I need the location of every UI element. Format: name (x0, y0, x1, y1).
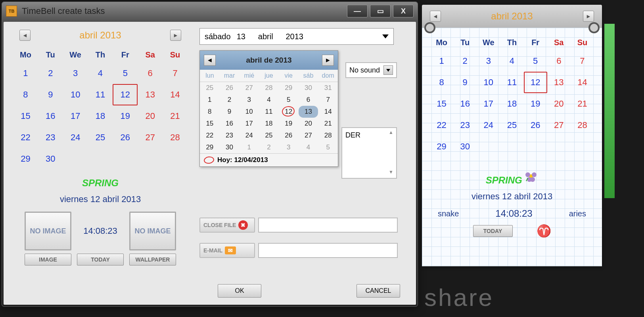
popup-day[interactable]: 20 (299, 118, 318, 130)
image-slot-right[interactable]: NO IMAGE (129, 212, 176, 250)
calendar-day[interactable]: 2 (453, 50, 477, 72)
popup-day[interactable]: 29 (279, 82, 299, 94)
calendar-day[interactable]: 22 (13, 127, 38, 148)
popup-day[interactable]: 11 (259, 106, 279, 118)
calendar-day[interactable]: 9 (453, 72, 477, 93)
calendar-day[interactable]: 29 (430, 136, 453, 157)
popup-day[interactable]: 1 (239, 141, 259, 153)
calendar-day[interactable]: 24 (63, 127, 88, 148)
popup-day[interactable]: 18 (259, 118, 279, 130)
calendar-day[interactable]: 8 (430, 72, 453, 93)
calendar-day[interactable]: 22 (430, 115, 453, 136)
popup-day[interactable]: 27 (299, 130, 318, 141)
calendar-day[interactable]: 1 (13, 63, 38, 84)
calendar-day[interactable]: 10 (477, 72, 500, 93)
calendar-day[interactable]: 26 (113, 127, 138, 148)
date-dropdown[interactable]: sábado 13 abril 2013 (199, 28, 394, 45)
calendar-day[interactable]: 18 (500, 93, 523, 115)
calendar-day[interactable]: 8 (13, 84, 38, 105)
calendar-day[interactable]: 13 (547, 72, 571, 93)
calendar-day[interactable]: 5 (113, 63, 138, 84)
popup-day[interactable]: 27 (239, 82, 259, 94)
popup-day[interactable]: 6 (299, 94, 318, 106)
calendar-day[interactable]: 17 (477, 93, 500, 115)
image-button[interactable]: IMAGE (25, 254, 71, 265)
popup-day[interactable]: 24 (239, 130, 259, 141)
calendar-day[interactable]: 15 (430, 93, 453, 115)
calendar-day[interactable]: 30 (38, 148, 63, 170)
calendar-day[interactable]: 6 (138, 63, 163, 84)
image-slot-left[interactable]: NO IMAGE (25, 212, 71, 250)
calendar-day[interactable]: 20 (138, 105, 163, 127)
popup-day[interactable]: 31 (318, 82, 338, 94)
calendar-day[interactable]: 25 (88, 127, 113, 148)
popup-day[interactable]: 2 (259, 141, 279, 153)
popup-day[interactable]: 28 (318, 130, 338, 141)
popup-day[interactable]: 4 (259, 94, 279, 106)
popup-day[interactable]: 10 (239, 106, 259, 118)
calendar-day[interactable]: 14 (163, 84, 188, 105)
titlebar[interactable]: TB TimeBell create tasks — ▭ X (2, 2, 418, 20)
popup-day[interactable]: 17 (239, 118, 259, 130)
text-list-box[interactable]: DER ▲ ▼ (341, 127, 397, 179)
calendar-day[interactable]: 9 (38, 84, 63, 105)
calendar-day[interactable]: 5 (524, 50, 547, 72)
calendar-day[interactable]: 29 (13, 148, 38, 170)
popup-day[interactable]: 25 (259, 130, 279, 141)
calendar-day[interactable]: 28 (571, 115, 594, 136)
popup-day[interactable]: 3 (239, 94, 259, 106)
widget-today-button[interactable]: TODAY (473, 225, 513, 237)
close-file-button[interactable]: CLOSE FILE ✖ (199, 218, 255, 233)
calendar-day[interactable]: 17 (63, 105, 88, 127)
calendar-day[interactable]: 6 (547, 50, 571, 72)
calendar-day[interactable]: 30 (453, 136, 477, 157)
ok-button[interactable]: OK (218, 284, 261, 298)
calendar-day[interactable]: 20 (547, 93, 571, 115)
maximize-button[interactable]: ▭ (370, 5, 391, 17)
popup-day[interactable]: 2 (220, 94, 240, 106)
popup-day[interactable]: 12 (279, 106, 299, 118)
popup-day[interactable]: 21 (318, 118, 338, 130)
cancel-button[interactable]: CANCEL (356, 284, 400, 298)
scroll-down-icon[interactable]: ▼ (387, 169, 395, 176)
calendar-day[interactable]: 27 (547, 115, 571, 136)
minimize-button[interactable]: — (347, 5, 368, 17)
calendar-day[interactable]: 23 (453, 115, 477, 136)
wallpaper-button[interactable]: WALLPAPER (129, 254, 176, 265)
close-file-input[interactable] (258, 218, 398, 233)
calendar-day[interactable]: 15 (13, 105, 38, 127)
scroll-up-icon[interactable]: ▲ (387, 130, 395, 137)
calendar-day[interactable]: 19 (113, 105, 138, 127)
email-button[interactable]: E-MAIL ✉ (199, 243, 255, 258)
widget-prev-button[interactable]: ◄ (430, 11, 441, 22)
calendar-day[interactable]: 14 (571, 72, 594, 93)
popup-day[interactable]: 8 (200, 106, 220, 118)
popup-day[interactable]: 19 (279, 118, 299, 130)
calendar-day[interactable]: 21 (571, 93, 594, 115)
prev-month-button[interactable]: ◄ (19, 30, 31, 41)
calendar-day[interactable]: 27 (138, 127, 163, 148)
calendar-day[interactable]: 26 (524, 115, 547, 136)
sound-select[interactable]: No sound (345, 62, 397, 78)
calendar-day[interactable]: 25 (500, 115, 523, 136)
calendar-day[interactable]: 1 (430, 50, 453, 72)
calendar-day[interactable]: 4 (88, 63, 113, 84)
calendar-day[interactable]: 18 (88, 105, 113, 127)
calendar-day[interactable]: 10 (63, 84, 88, 105)
calendar-day[interactable]: 13 (138, 84, 163, 105)
today-button[interactable]: TODAY (77, 254, 124, 265)
calendar-day[interactable]: 24 (477, 115, 500, 136)
calendar-day[interactable]: 12 (113, 84, 138, 105)
popup-prev-button[interactable]: ◄ (204, 55, 216, 66)
popup-day[interactable]: 9 (220, 106, 240, 118)
calendar-day[interactable]: 28 (163, 127, 188, 148)
popup-day[interactable]: 29 (200, 141, 220, 153)
popup-day[interactable]: 23 (220, 130, 240, 141)
next-month-button[interactable]: ► (170, 30, 181, 41)
popup-day[interactable]: 1 (200, 94, 220, 106)
popup-day[interactable]: 5 (318, 141, 338, 153)
popup-day[interactable]: 16 (220, 118, 240, 130)
popup-day[interactable]: 28 (259, 82, 279, 94)
calendar-day[interactable]: 11 (88, 84, 113, 105)
calendar-day[interactable]: 3 (63, 63, 88, 84)
